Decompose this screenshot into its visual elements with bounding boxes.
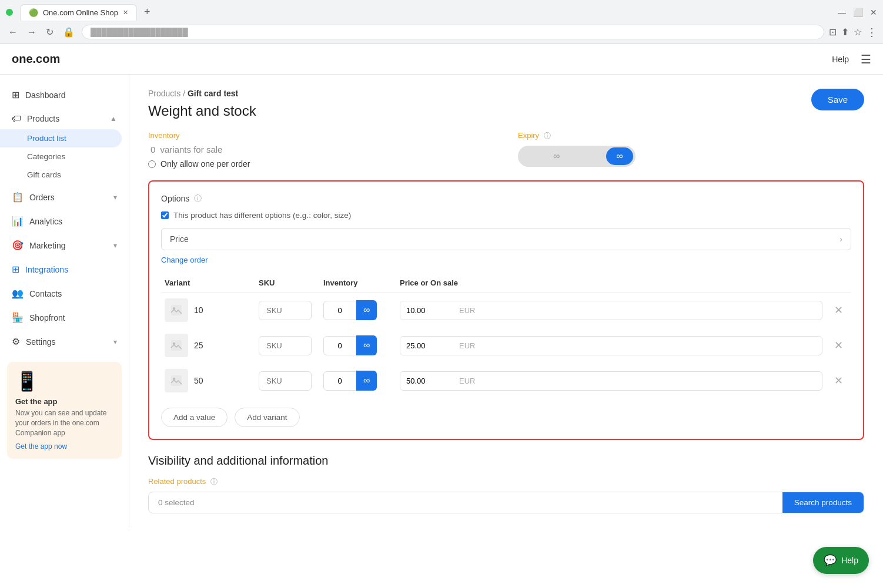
sidebar-item-products[interactable]: 🏷 Products ▲: [0, 108, 129, 129]
sidebar-group-marketing: 🎯 Marketing ▾: [0, 234, 129, 256]
marketing-icon: 🎯: [12, 240, 24, 251]
options-box: Options ⓘ This product has different opt…: [148, 180, 864, 440]
expiry-info-icon: ⓘ: [544, 132, 551, 140]
toolbar-icons: ⊡ ⬆ ☆: [829, 26, 862, 38]
qty-toggle-1[interactable]: ∞: [356, 300, 377, 320]
options-checkbox[interactable]: [161, 211, 169, 219]
sidebar-item-label: Orders: [29, 193, 55, 202]
infinity-left: ∞: [553, 151, 560, 162]
sidebar-item-label: Settings: [26, 337, 56, 347]
th-actions: [826, 274, 851, 293]
window-dots: [6, 9, 13, 16]
sidebar-item-label: Integrations: [25, 265, 68, 274]
options-header: Options ⓘ: [161, 193, 851, 204]
price-cell-2: EUR: [396, 328, 826, 363]
inventory-label: Inventory: [148, 131, 494, 140]
browser-menu-button[interactable]: ⋮: [867, 26, 877, 39]
active-tab[interactable]: 🟢 One.com Online Shop ✕: [20, 4, 137, 21]
toggle-knob[interactable]: ∞: [606, 147, 633, 165]
delete-button-3[interactable]: ✕: [830, 372, 848, 389]
save-button[interactable]: Save: [811, 89, 864, 110]
expiry-label: Expiry ⓘ: [518, 131, 864, 141]
svg-rect-4: [171, 375, 182, 386]
related-products-label: Related products ⓘ: [148, 477, 864, 487]
toggle-track[interactable]: ∞ ∞: [518, 146, 636, 167]
help-link[interactable]: Help: [832, 55, 849, 64]
forward-button[interactable]: →: [25, 25, 39, 40]
qty-group-3: ∞: [323, 371, 393, 391]
add-variant-button[interactable]: Add variant: [235, 408, 299, 427]
sku-input-3[interactable]: [259, 371, 312, 391]
th-sku: SKU: [255, 274, 320, 293]
breadcrumb-parent[interactable]: Products: [148, 89, 180, 98]
expiry-section: Expiry ⓘ ∞ ∞: [518, 131, 864, 169]
search-products-button[interactable]: Search products: [782, 492, 864, 513]
sidebar-item-contacts[interactable]: 👥 Contacts: [0, 283, 129, 304]
add-value-button[interactable]: Add a value: [161, 408, 228, 427]
sidebar-item-analytics[interactable]: 📊 Analytics: [0, 210, 129, 232]
sidebar-item-orders[interactable]: 📋 Orders ▾: [0, 186, 129, 208]
reload-button[interactable]: ↻: [44, 24, 56, 40]
delete-button-1[interactable]: ✕: [830, 301, 848, 319]
currency-label-2: EUR: [453, 337, 481, 355]
inventory-cell-3: ∞: [320, 363, 396, 398]
qty-toggle-2[interactable]: ∞: [356, 335, 377, 355]
th-inventory: Inventory: [320, 274, 396, 293]
main-layout: ⊞ Dashboard 🏷 Products ▲ Product list Ca…: [0, 75, 883, 527]
maximize-button[interactable]: ⬜: [853, 8, 863, 17]
only-one-per-order-radio[interactable]: [148, 160, 156, 168]
sidebar-item-dashboard[interactable]: ⊞ Dashboard: [0, 84, 129, 106]
lock-icon: 🔒: [61, 24, 77, 40]
qty-input-2[interactable]: [323, 336, 356, 355]
sidebar-item-integrations[interactable]: ⊞ Integrations: [0, 258, 129, 280]
svg-point-3: [173, 342, 175, 345]
sidebar-item-product-list[interactable]: Product list: [0, 129, 122, 147]
inventory-suffix: variants for sale: [160, 145, 223, 154]
svg-rect-0: [171, 305, 182, 315]
sidebar-item-settings[interactable]: ⚙ Settings ▾: [0, 331, 129, 352]
sku-input-2[interactable]: [259, 336, 312, 355]
address-bar[interactable]: ██████████████████: [82, 25, 824, 39]
table-row: 50 ∞: [161, 363, 851, 398]
new-tab-button[interactable]: +: [139, 4, 155, 21]
breadcrumb-current: Gift card test: [188, 89, 238, 98]
close-button[interactable]: ✕: [870, 8, 877, 17]
promo-link[interactable]: Get the app now: [15, 442, 113, 451]
bookmark-icon[interactable]: ☆: [854, 26, 862, 38]
price-input-3[interactable]: [400, 372, 453, 390]
content-area: Save Products / Gift card test Weight an…: [129, 75, 883, 527]
price-input-1[interactable]: [400, 301, 453, 320]
share-icon[interactable]: ⬆: [841, 26, 849, 38]
back-button[interactable]: ←: [6, 25, 20, 40]
tab-close-button[interactable]: ✕: [123, 9, 128, 16]
qty-input-1[interactable]: [323, 301, 356, 320]
sidebar-item-gift-cards[interactable]: Gift cards: [0, 166, 129, 184]
products-expand-icon: ▲: [110, 115, 117, 123]
promo-icon: 📱: [15, 370, 113, 392]
price-option-row[interactable]: Price ›: [161, 228, 851, 250]
change-order-link[interactable]: Change order: [161, 256, 208, 264]
variant-cell-2: 25: [161, 328, 255, 363]
sidebar-item-shopfront[interactable]: 🏪 Shopfront: [0, 307, 129, 328]
sidebar-item-label: Analytics: [29, 217, 62, 226]
delete-button-2[interactable]: ✕: [830, 337, 848, 354]
header-right: Help ☰: [832, 52, 871, 66]
sidebar-item-marketing[interactable]: 🎯 Marketing ▾: [0, 234, 129, 256]
screenshot-icon[interactable]: ⊡: [829, 26, 837, 38]
minimize-button[interactable]: —: [838, 8, 846, 17]
svg-point-1: [173, 307, 175, 310]
qty-toggle-3[interactable]: ∞: [356, 371, 377, 391]
sku-cell-3: [255, 363, 320, 398]
svg-point-5: [173, 378, 175, 380]
only-one-per-order-label: Only allow one per order: [160, 159, 250, 169]
variant-thumb-3: [165, 369, 188, 392]
breadcrumb-separator: /: [183, 89, 188, 98]
sidebar-item-categories[interactable]: Categories: [0, 147, 129, 166]
price-input-2[interactable]: [400, 337, 453, 355]
variant-name-3: 50: [194, 376, 203, 385]
hamburger-menu-button[interactable]: ☰: [861, 52, 871, 66]
sku-input-1[interactable]: [259, 301, 312, 320]
qty-input-3[interactable]: [323, 371, 356, 391]
tab-favicon: 🟢: [29, 8, 38, 17]
qty-group-2: ∞: [323, 335, 393, 355]
